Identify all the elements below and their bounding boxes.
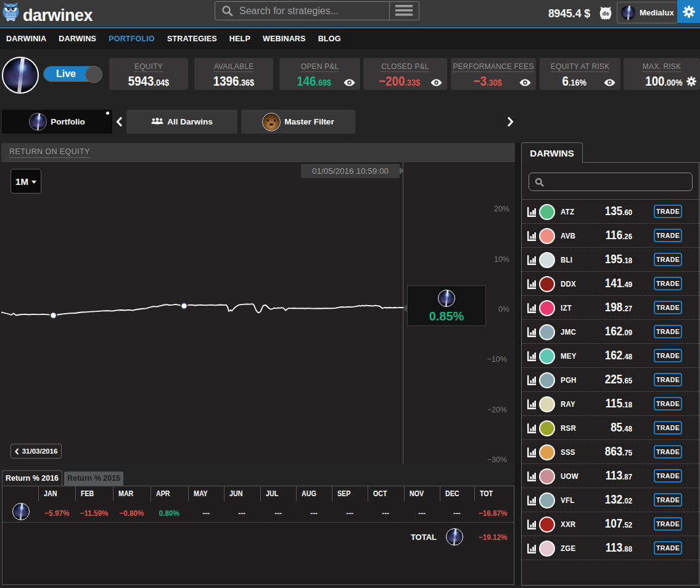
svg-text:ds: ds: [602, 10, 609, 17]
